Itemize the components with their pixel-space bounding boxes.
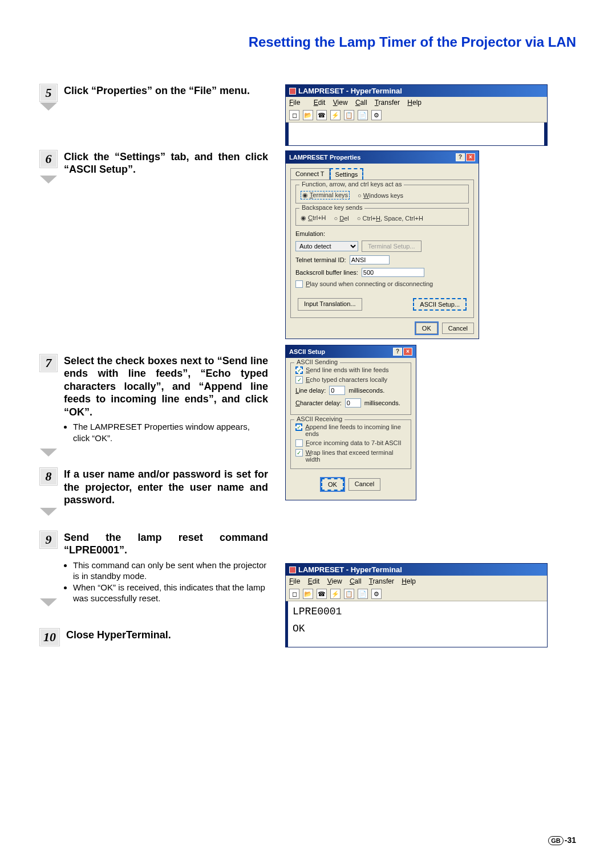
toolbar: ◻ 📂 ☎ ⚡ 📋 📄 ⚙ <box>286 587 547 601</box>
toolbar: ◻ 📂 ☎ ⚡ 📋 📄 ⚙ <box>286 108 547 123</box>
chk-force-7bit-label: Force incoming data to 7-bit ASCII <box>306 439 402 446</box>
step-6-title: Click the “Settings” tab, and then click… <box>64 150 268 176</box>
cancel-button[interactable]: Cancel <box>348 478 380 491</box>
step-9-sub: This command can only be sent when the p… <box>64 560 268 604</box>
open-icon[interactable]: 📂 <box>303 589 313 599</box>
menu-view[interactable]: View <box>327 577 342 585</box>
chk-wrap-lines-label: Wrap lines that exceed terminal width <box>306 449 406 463</box>
menu-bar[interactable]: File Edit View Call Transfer Help <box>286 576 547 587</box>
step-number-6: 6 <box>40 150 57 168</box>
char-delay-label: Character delay: <box>295 400 342 406</box>
ms-label: milliseconds. <box>364 400 400 406</box>
menu-bar[interactable]: File Edit View Call Transfer Help <box>286 97 547 108</box>
menu-call[interactable]: Call <box>350 577 362 585</box>
backscroll-label: Backscroll buffer lines: <box>295 269 358 276</box>
backscroll-input[interactable] <box>362 268 424 277</box>
terminal-setup-button[interactable]: Terminal Setup... <box>362 241 422 252</box>
chk-append-lf-label: Append line feeds to incoming line ends <box>305 423 406 437</box>
step-number-8: 8 <box>40 468 57 485</box>
new-icon[interactable]: ◻ <box>289 589 299 599</box>
menu-help[interactable]: Help <box>402 577 416 585</box>
chk-echo-local[interactable]: ✓ <box>295 376 303 384</box>
close-icon[interactable]: × <box>403 348 412 356</box>
help-icon[interactable]: ? <box>456 153 465 161</box>
radio-ctrlh[interactable]: ◉ Ctrl+H <box>301 214 326 222</box>
ok-button[interactable]: OK <box>416 323 437 334</box>
page-number: GB-31 <box>548 836 576 845</box>
step-number-5: 5 <box>40 84 57 101</box>
playsound-checkbox[interactable] <box>295 280 303 288</box>
disconnect-icon[interactable]: ⚡ <box>330 589 341 599</box>
receive-icon[interactable]: 📄 <box>358 589 368 599</box>
chk-send-line-ends[interactable]: ✓ <box>295 366 303 374</box>
radio-terminal-keys[interactable]: ◉ Terminal keys <box>301 191 350 199</box>
connect-icon[interactable]: ☎ <box>317 589 327 599</box>
new-icon[interactable]: ◻ <box>289 110 299 120</box>
window-title-bar: LAMPRESET - HyperTerminal <box>286 564 547 576</box>
disconnect-icon[interactable]: ⚡ <box>330 110 341 120</box>
send-icon[interactable]: 📋 <box>344 589 354 599</box>
open-icon[interactable]: 📂 <box>303 110 313 120</box>
radio-del[interactable]: ○ Del <box>334 215 349 222</box>
line-delay-label: Line delay: <box>295 387 326 394</box>
telnet-id-input[interactable] <box>350 255 390 264</box>
group-backspace: Backspace key sends <box>299 204 364 211</box>
menu-edit[interactable]: Edit <box>314 99 326 107</box>
arrow-down-icon <box>40 449 57 457</box>
menu-help[interactable]: Help <box>407 99 422 107</box>
emulation-select[interactable]: Auto detect <box>295 241 358 251</box>
cancel-button[interactable]: Cancel <box>442 323 474 334</box>
step-7-sub: The LAMPRESET Properties window appears,… <box>64 421 268 443</box>
chk-echo-local-label: Echo typed characters locally <box>306 376 387 383</box>
menu-transfer[interactable]: Transfer <box>369 577 394 585</box>
group-ascii-sending: ASCII Sending <box>294 358 340 365</box>
playsound-label: Play sound when connecting or disconnect… <box>306 280 433 287</box>
page-title: Resetting the Lamp Timer of the Projecto… <box>40 34 576 50</box>
send-icon[interactable]: 📋 <box>344 110 354 120</box>
window-title-bar: LAMPRESET - HyperTerminal <box>286 85 547 97</box>
menu-call[interactable]: Call <box>355 99 367 107</box>
chk-append-lf[interactable]: ✓ <box>295 423 302 431</box>
chk-wrap-lines[interactable]: ✓ <box>295 449 303 457</box>
menu-edit[interactable]: Edit <box>308 577 320 585</box>
step-9-title: Send the lamp reset command “LPRE0001”. <box>64 531 268 557</box>
radio-ctrlh-space[interactable]: ○ Ctrl+H, Space, Ctrl+H <box>357 215 423 222</box>
terminal-area[interactable] <box>286 123 547 145</box>
app-icon <box>289 88 296 95</box>
tab-settings[interactable]: Settings <box>330 168 364 180</box>
step-number-9: 9 <box>40 531 57 548</box>
chk-send-line-ends-label: Send line ends with line feeds <box>306 366 389 373</box>
ascii-setup-button[interactable]: ASCII Setup... <box>413 298 467 311</box>
menu-file[interactable]: File <box>289 577 300 585</box>
menu-view[interactable]: View <box>333 99 348 107</box>
step-10-title: Close HyperTerminal. <box>66 629 268 642</box>
terminal-output[interactable]: LPRE0001 OK <box>286 601 547 647</box>
line-delay-input[interactable] <box>329 386 345 395</box>
lampreset-properties-dialog: LAMPRESET Properties ? × Connect T Setti… <box>285 150 479 339</box>
ok-button[interactable]: OK <box>321 478 344 491</box>
group-function-keys: Function, arrow, and ctrl keys act as <box>299 181 404 188</box>
app-icon <box>289 567 296 573</box>
receive-icon[interactable]: 📄 <box>358 110 368 120</box>
radio-windows-keys[interactable]: ○ Windows keys <box>358 192 403 199</box>
chk-force-7bit[interactable] <box>295 439 303 447</box>
step-8-title: If a user name and/or password is set fo… <box>64 468 268 507</box>
dialog-title-bar: ASCII Setup ? × <box>286 345 416 358</box>
terminal-line-response: OK <box>293 623 542 634</box>
close-icon[interactable]: × <box>466 153 475 161</box>
menu-file[interactable]: File <box>289 99 306 107</box>
arrow-down-icon <box>40 176 57 184</box>
hyperterminal-window-2: LAMPRESET - HyperTerminal File Edit View… <box>285 563 548 647</box>
char-delay-input[interactable] <box>345 398 361 407</box>
hyperterminal-window-1: LAMPRESET - HyperTerminal File Edit View… <box>285 84 548 146</box>
connect-icon[interactable]: ☎ <box>317 110 327 120</box>
input-translation-button[interactable]: Input Translation... <box>298 298 362 311</box>
tab-connect-to[interactable]: Connect T <box>290 168 330 180</box>
properties-icon[interactable]: ⚙ <box>371 110 382 120</box>
help-icon[interactable]: ? <box>393 348 402 356</box>
arrow-down-icon <box>40 508 57 516</box>
properties-icon[interactable]: ⚙ <box>371 589 382 599</box>
arrow-down-icon <box>40 103 57 111</box>
menu-transfer[interactable]: Transfer <box>375 99 400 107</box>
arrow-down-icon <box>40 598 57 606</box>
